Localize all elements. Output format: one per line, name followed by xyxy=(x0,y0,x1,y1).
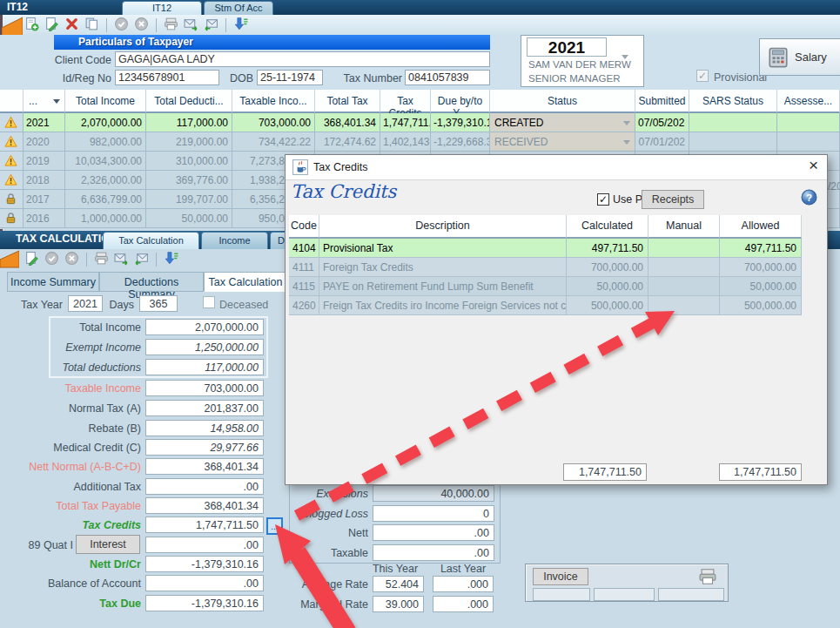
tax-credits-dots-button[interactable]: ... xyxy=(266,517,283,535)
help-icon[interactable]: ? xyxy=(801,189,817,208)
tax-credit-row-4115[interactable]: 4115PAYE on Retirement Fund Lump Sum Ben… xyxy=(289,277,802,296)
warning-icon xyxy=(4,173,17,186)
calc-field-11[interactable]: .00 xyxy=(145,537,264,553)
grid-header-sars[interactable]: SARS Status xyxy=(689,90,777,113)
grid-row-2021[interactable]: 20212,070,000.00117,000.00703,000.00368,… xyxy=(0,113,840,132)
doc-new-button[interactable] xyxy=(24,17,40,33)
provisional-checkbox[interactable]: ✓ xyxy=(696,70,709,82)
calc-field-3[interactable]: 703,000.00 xyxy=(145,380,264,396)
mid-label-1: Clogged Loss xyxy=(292,505,368,520)
salary-button[interactable]: Salary xyxy=(759,38,840,76)
tab-it12[interactable]: IT12 xyxy=(122,1,202,15)
print-button[interactable] xyxy=(163,17,179,33)
calc-field-0[interactable]: 2,070,000.00 xyxy=(145,319,264,335)
delete-button[interactable] xyxy=(64,17,80,33)
grid-header-due[interactable]: Due by/to Y... xyxy=(431,90,490,113)
grid-header-year[interactable]: ... xyxy=(24,90,65,113)
grid-header-total_income[interactable]: Total Income xyxy=(65,90,146,113)
subtab-income-summary[interactable]: Income Summary xyxy=(7,272,99,292)
grid-header-taxable_income[interactable]: Taxable Inco... xyxy=(232,90,315,113)
tax-year-field[interactable]: 2021 xyxy=(68,295,103,312)
mid-field-2[interactable]: .00 xyxy=(373,524,494,541)
arrow-down-button[interactable] xyxy=(232,17,249,33)
rate-this-year-0[interactable]: 52.404 xyxy=(373,576,424,592)
calc-field-7[interactable]: 368,401.34 xyxy=(145,458,264,475)
dialog-cell-calculated: 50,000.00 xyxy=(567,277,648,296)
interest-button[interactable]: Interest xyxy=(76,535,140,554)
mid-field-0[interactable]: 40,000.00 xyxy=(373,485,494,502)
mail-export-button[interactable] xyxy=(183,17,199,33)
mid-label-3: Taxable xyxy=(292,544,368,559)
receipts-button[interactable]: Receipts xyxy=(642,190,704,209)
rate-this-year-1[interactable]: 39.000 xyxy=(373,596,424,612)
grid-header-submitted[interactable]: Submitted xyxy=(635,90,689,113)
invoice-field-0[interactable] xyxy=(533,588,590,601)
mid-field-3[interactable]: .00 xyxy=(373,544,494,561)
doc-edit-button[interactable] xyxy=(24,251,40,267)
subtab-tax-calculation[interactable]: Tax Calculation xyxy=(204,272,287,292)
approve-button[interactable] xyxy=(113,17,130,33)
calc-field-9[interactable]: 368,401.34 xyxy=(145,497,264,514)
invoice-field-1[interactable] xyxy=(594,588,655,601)
invoice-button[interactable]: Invoice xyxy=(533,568,588,585)
rate-last-year-1[interactable]: .000 xyxy=(433,596,494,612)
grid-cell-year: 2019 xyxy=(24,152,65,171)
grid-cell-icon xyxy=(0,113,24,132)
dialog-cell-manual xyxy=(648,239,720,258)
mid-field-1[interactable]: 0 xyxy=(373,505,494,522)
deceased-checkbox[interactable] xyxy=(203,296,215,308)
grid-cell-status[interactable]: CREATED xyxy=(490,113,635,132)
arrow-down-button[interactable] xyxy=(163,251,179,267)
grid-header-total_deductions[interactable]: Total Deducti... xyxy=(146,90,232,113)
tax-credit-row-4111[interactable]: 4111Foreign Tax Credits700,000.00700,000… xyxy=(289,258,802,277)
close-icon[interactable]: × xyxy=(809,156,818,175)
print-button[interactable] xyxy=(93,251,110,267)
mail-export-button[interactable] xyxy=(113,251,130,267)
client-code-field[interactable]: GAGA|GAGA LADY xyxy=(115,51,490,67)
year-dropdown[interactable]: 2021 xyxy=(527,37,607,57)
doc-edit-button[interactable] xyxy=(44,17,60,33)
tax-credit-row-4104[interactable]: 4104Provisional Tax497,711.50497,711.50 xyxy=(289,239,802,258)
dob-field[interactable]: 25-11-1974 xyxy=(257,70,323,85)
grid-row-2020[interactable]: 2020982,000.00219,000.00734,422.22172,47… xyxy=(0,132,840,152)
invoice-field-2[interactable] xyxy=(658,588,724,601)
grid-header-status[interactable]: Status xyxy=(490,90,635,113)
tab-income[interactable]: Income xyxy=(201,232,268,249)
use-prov-checkbox[interactable]: ✓ xyxy=(597,193,609,206)
calc-field-6[interactable]: 29,977.66 xyxy=(145,439,264,456)
reject-button[interactable] xyxy=(133,17,150,33)
tax-number-label: Tax Number xyxy=(339,71,402,84)
grid-header-tax_credits[interactable]: Tax Credits xyxy=(380,90,431,113)
reject-button[interactable] xyxy=(64,251,80,267)
tab-tax-calculation[interactable]: Tax Calculation xyxy=(103,232,199,249)
days-field[interactable]: 365 xyxy=(139,295,178,312)
tax-credit-row-4260[interactable]: 4260Freign Tax Credits iro Income Foreig… xyxy=(289,296,802,315)
calc-field-8[interactable]: .00 xyxy=(145,478,264,495)
approve-button[interactable] xyxy=(44,251,60,267)
calc-field-14[interactable]: -1,379,310.16 xyxy=(145,595,264,611)
rate-last-year-0[interactable]: .000 xyxy=(433,576,494,592)
grid-header-icon[interactable] xyxy=(0,90,24,113)
tab-stm-of-acc[interactable]: Stm Of Acc xyxy=(204,1,273,15)
calc-field-1[interactable]: 1,250,000.00 xyxy=(145,339,264,355)
grid-header-assessed[interactable]: Assesse... xyxy=(777,90,840,113)
calc-field-5[interactable]: 14,958.00 xyxy=(145,420,264,436)
filter-icon[interactable] xyxy=(53,99,60,104)
grid-cell-year: 2016 xyxy=(24,209,65,228)
tax-number-field[interactable]: 0841057839 xyxy=(405,70,490,85)
grid-header-total_tax[interactable]: Total Tax xyxy=(315,90,380,113)
calc-field-13[interactable]: .00 xyxy=(145,575,264,591)
dialog-title-bar[interactable]: Tax Credits × xyxy=(286,155,827,180)
grid-cell-status[interactable]: RECEIVED xyxy=(490,132,635,152)
calc-field-12[interactable]: -1,379,310.16 xyxy=(145,556,264,572)
calc-field-10[interactable]: 1,747,711.50 xyxy=(145,517,264,533)
grid-cell-taxable_income: 734,422.22 xyxy=(232,132,315,152)
mail-import-button[interactable] xyxy=(133,251,150,267)
idreg-field[interactable]: 12345678901 xyxy=(115,70,219,85)
printer-icon[interactable] xyxy=(698,567,717,586)
calc-field-4[interactable]: 201,837.00 xyxy=(145,400,264,416)
calc-field-2[interactable]: 117,000.00 xyxy=(145,359,264,375)
subtab-deductions-summary[interactable]: Deductions Summary xyxy=(99,272,204,292)
copy-button[interactable] xyxy=(84,17,100,33)
mail-import-button[interactable] xyxy=(203,17,219,33)
